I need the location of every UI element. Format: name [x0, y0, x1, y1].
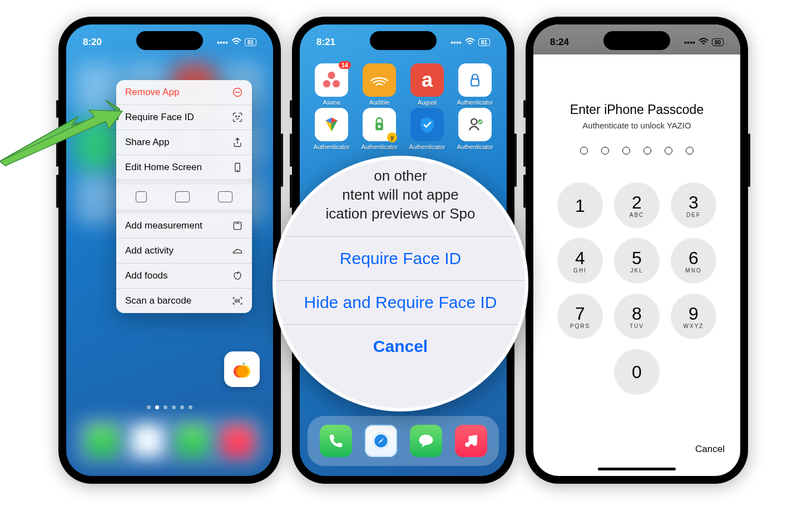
cellular-icon: ▪▪▪▪ [450, 38, 462, 47]
widget-large-icon[interactable] [218, 191, 232, 202]
menu-remove-app[interactable]: Remove App [116, 80, 252, 105]
numeric-keypad: 1 2ABC 3DEF 4GHI 5JKL 6MNO 7PQRS 8TUV 9W… [533, 182, 740, 395]
svg-rect-15 [471, 79, 479, 86]
yazio-app-icon [231, 358, 253, 380]
phone-passcode: 8:24 ▪▪▪▪ 80 Enter iPhone Passcode Authe… [526, 17, 748, 484]
battery-icon: 81 [478, 38, 490, 46]
dock-messages[interactable] [410, 425, 442, 457]
menu-scan-barcode[interactable]: Scan a barcode [116, 289, 252, 313]
passcode-cancel[interactable]: Cancel [695, 444, 725, 455]
dock [74, 416, 265, 466]
menu-share-app[interactable]: Share App [116, 130, 252, 155]
app-authenticator-4[interactable]: Authenticator [403, 108, 451, 150]
passcode-subtitle: Authenticate to unlock YAZIO [533, 121, 740, 130]
svg-point-2 [236, 116, 237, 117]
phone-context-menu: 8:20 ▪▪▪▪ 81 Remove App Require Face ID … [58, 17, 281, 484]
apple-icon [232, 270, 243, 281]
svg-point-14 [333, 80, 340, 87]
shoe-icon [232, 245, 243, 256]
app-asana[interactable]: 14 Asana [308, 63, 355, 106]
svg-point-17 [378, 125, 380, 128]
key-6[interactable]: 6MNO [671, 238, 716, 284]
passcode-title: Enter iPhone Passcode [533, 102, 740, 117]
action-cancel[interactable]: Cancel [276, 324, 525, 368]
phone-icon [232, 162, 243, 173]
cellular-icon: ▪▪▪▪ [684, 38, 695, 47]
widget-small-icon[interactable] [136, 191, 147, 202]
dock [308, 416, 499, 466]
cellular-icon: ▪▪▪▪ [217, 38, 228, 47]
widget-medium-icon[interactable] [175, 191, 190, 202]
share-icon [232, 137, 243, 148]
menu-widget-size-row[interactable] [116, 185, 252, 209]
target-app-yazio[interactable] [224, 351, 260, 387]
barcode-icon [232, 295, 243, 306]
menu-require-faceid[interactable]: Require Face ID [116, 105, 252, 130]
menu-add-activity[interactable]: Add activity [116, 239, 252, 264]
home-screen-grid: 14 Asana Audible a August Authenticator … [300, 63, 507, 150]
key-8[interactable]: 8TUV [614, 294, 660, 339]
wifi-icon [231, 38, 241, 47]
key-1[interactable]: 1 [557, 182, 603, 228]
app-authenticator-2[interactable]: Authenticator [308, 108, 355, 150]
svg-point-18 [471, 119, 477, 125]
dock-phone[interactable] [320, 425, 352, 457]
wifi-icon [465, 38, 475, 47]
status-time: 8:24 [550, 37, 569, 48]
key-2[interactable]: 2ABC [614, 182, 660, 228]
notification-badge: 14 [339, 61, 351, 69]
menu-edit-home[interactable]: Edit Home Screen [116, 155, 252, 180]
page-indicator[interactable] [147, 405, 192, 409]
svg-point-9 [236, 365, 248, 378]
key-9[interactable]: 9WXYZ [671, 294, 716, 339]
app-authenticator-1[interactable]: Authenticator [451, 63, 499, 106]
status-time: 8:20 [83, 37, 102, 48]
key-7[interactable]: 7PQRS [557, 294, 603, 339]
wifi-icon [699, 38, 709, 47]
minus-circle-icon [232, 87, 243, 98]
app-august[interactable]: a August [403, 63, 451, 106]
status-time: 8:21 [316, 37, 335, 48]
context-menu: Remove App Require Face ID Share App Edi… [116, 80, 252, 313]
dynamic-island [603, 31, 670, 50]
dynamic-island [370, 31, 437, 50]
action-hide-require-faceid[interactable]: Hide and Require Face ID [276, 280, 525, 324]
svg-point-3 [239, 116, 240, 117]
app-authenticator-5[interactable]: Authenticator [451, 108, 499, 150]
scale-icon [232, 220, 243, 231]
app-authenticator-3[interactable]: y Authenticator [355, 108, 403, 150]
dock-music[interactable] [455, 425, 487, 457]
passcode-dots [533, 147, 740, 155]
menu-add-foods[interactable]: Add foods [116, 264, 252, 289]
svg-point-12 [328, 72, 335, 79]
dynamic-island [136, 31, 203, 50]
app-audible[interactable]: Audible [355, 63, 403, 106]
key-3[interactable]: 3DEF [671, 182, 716, 228]
svg-marker-11 [0, 110, 122, 166]
key-0[interactable]: 0 [614, 349, 660, 395]
faceid-icon [232, 112, 243, 123]
action-require-faceid[interactable]: Require Face ID [276, 236, 525, 280]
dock-safari[interactable] [365, 425, 397, 457]
home-indicator[interactable] [598, 468, 676, 470]
svg-point-13 [323, 80, 330, 87]
key-4[interactable]: 4GHI [557, 238, 603, 284]
battery-icon: 81 [245, 38, 256, 46]
menu-add-measurement[interactable]: Add measurement [116, 214, 252, 239]
annotation-arrow [0, 95, 128, 172]
action-sheet-zoom: on other ntent will not appe ication pre… [273, 156, 528, 411]
key-5[interactable]: 5JKL [614, 238, 660, 284]
battery-icon: 80 [712, 38, 724, 46]
